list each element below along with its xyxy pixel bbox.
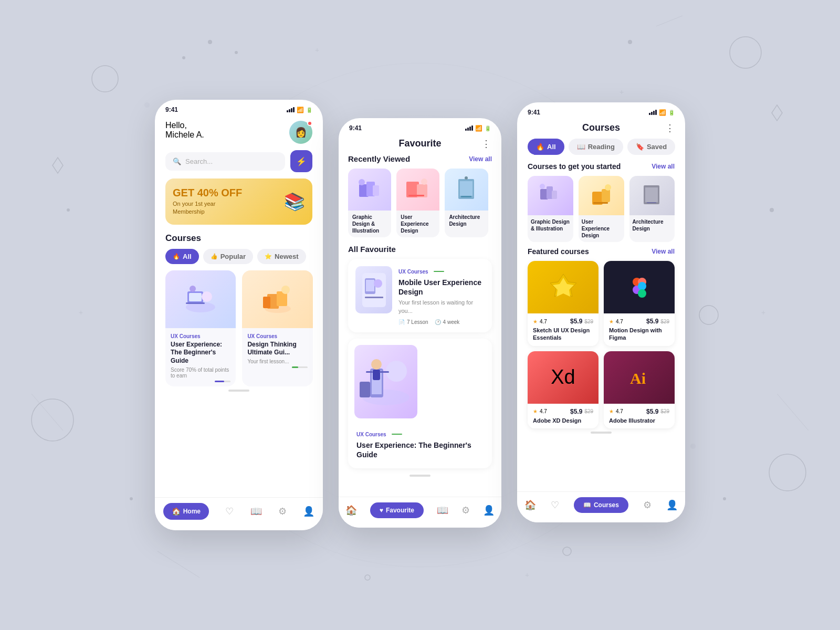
phones-container: 9:41 📶 🔋 Hello, Michele A. 👩 — [155, 100, 685, 530]
nav-courses-2[interactable]: 📖 — [437, 505, 448, 516]
tab-popular[interactable]: 👍 Popular — [203, 249, 253, 264]
recent-card-1[interactable]: User Experience Design — [396, 169, 439, 237]
star-icon-2: ★ — [533, 408, 538, 414]
svg-point-4 — [32, 399, 74, 441]
tab-all[interactable]: 🔥 All — [165, 249, 199, 264]
recent-card-img-1 — [396, 169, 439, 211]
cg-card-1[interactable]: User Experience Design — [579, 176, 624, 242]
nav-courses-label: Courses — [594, 501, 619, 509]
courses-more-button[interactable]: ⋮ — [665, 122, 675, 134]
nav-home-3[interactable]: 🏠 — [524, 499, 536, 511]
price-new-2: $5.9 — [570, 408, 582, 415]
c-tab-saved[interactable]: 🔖 Saved — [627, 139, 675, 155]
nav-courses-active[interactable]: 📖 Courses — [574, 497, 628, 513]
course-card-img-0 — [165, 270, 236, 328]
nav-settings-3[interactable]: ⚙ — [643, 499, 652, 511]
tab-newest[interactable]: ⭐ Newest — [257, 249, 306, 264]
svg-rect-68 — [366, 371, 373, 373]
nav-courses-1[interactable]: 📖 — [250, 506, 262, 517]
promo-banner[interactable]: GET 40% OFF On your 1st year Membership … — [165, 178, 312, 225]
home-icon-3: 🏠 — [524, 499, 536, 511]
feat-card-title-3: Adobe Illustrator — [609, 417, 669, 424]
status-bar-3: 9:41 📶 🔋 — [517, 102, 685, 118]
c-tab-reading[interactable]: 📖 Reading — [569, 139, 623, 155]
recent-card-2[interactable]: Architecture Design — [445, 169, 488, 237]
fav-tag-1: UX Courses — [356, 432, 386, 437]
svg-point-86 — [638, 289, 646, 298]
feat-card-2[interactable]: Xd ★ 4.7 $5.9 $29 — [528, 351, 598, 428]
svg-rect-74 — [602, 189, 610, 202]
featured-view-all[interactable]: View all — [652, 248, 675, 255]
home-icon: 🏠 — [172, 507, 181, 516]
nav-profile-3[interactable]: 👤 — [666, 499, 678, 511]
recent-cards-row: Graphic Design & Illustration User Exper — [348, 169, 492, 237]
cg-card-label-1: User Experience Design — [579, 215, 624, 242]
nav-profile-2[interactable]: 👤 — [483, 505, 495, 516]
c-tab-all[interactable]: 🔥 All — [528, 139, 564, 155]
cg-card-img-0 — [528, 176, 573, 215]
status-bar-1: 9:41 📶 🔋 — [155, 100, 323, 116]
svg-rect-50 — [408, 195, 424, 196]
nav-favourite-active[interactable]: ♥ Favourite — [370, 502, 424, 518]
nav-settings-1[interactable]: ⚙ — [278, 506, 287, 517]
courses-filter-tabs: 🔥 All 📖 Reading 🔖 Saved — [517, 139, 685, 162]
heart-icon-3: ♡ — [551, 499, 559, 511]
rating-value-3: 4.7 — [616, 408, 623, 414]
filter-button[interactable]: ⚡ — [290, 150, 312, 172]
filter-tabs: 🔥 All 👍 Popular ⭐ Newest — [155, 249, 323, 270]
recent-card-0[interactable]: Graphic Design & Illustration — [348, 169, 391, 237]
time-3: 9:41 — [528, 109, 540, 116]
more-button[interactable]: ⋮ — [481, 138, 491, 150]
svg-rect-41 — [263, 297, 270, 308]
fav-tag-dot-0 — [434, 271, 444, 272]
feat-card-3[interactable]: Ai ★ 4.7 $5.9 $29 — [604, 351, 675, 428]
svg-point-46 — [359, 179, 365, 185]
bottom-nav-2: 🏠 ♥ Favourite 📖 ⚙ 👤 — [339, 497, 501, 528]
courses-view-all[interactable]: View all — [652, 163, 675, 170]
svg-line-25 — [158, 551, 200, 578]
svg-point-30 — [144, 102, 150, 108]
svg-rect-45 — [373, 185, 379, 196]
feat-card-1[interactable]: ★ 4.7 $5.9 $29 Motion Design with Figma — [604, 261, 675, 346]
bottom-nav-1: 🏠 Home ♡ 📖 ⚙ 👤 — [155, 497, 323, 530]
course-card-img-1 — [242, 270, 312, 328]
heart-filled-icon: ♥ — [380, 507, 383, 514]
course-card-1[interactable]: UX Courses Design Thinking Ultimate Gui.… — [242, 270, 312, 386]
recently-view-all[interactable]: View all — [469, 155, 492, 163]
search-box[interactable]: 🔍 Search... — [165, 152, 285, 171]
nav-settings-2[interactable]: ⚙ — [461, 505, 470, 516]
svg-text:+: + — [79, 308, 83, 317]
fav-thumb-large — [354, 345, 417, 418]
cg-card-0[interactable]: Graphic Design & Illustration — [528, 176, 573, 242]
recently-title: Recently Viewed — [348, 154, 410, 163]
feat-card-0[interactable]: ★ 4.7 $5.9 $29 Sketch UI UX Design Essen… — [528, 261, 598, 346]
price-new-0: $5.9 — [570, 318, 582, 325]
svg-rect-76 — [593, 202, 608, 204]
scroll-indicator-1 — [228, 390, 249, 392]
settings-icon-2: ⚙ — [461, 505, 470, 516]
svg-text:+: + — [315, 46, 319, 54]
fav-course-1[interactable]: UX Courses User Experience: The Beginner… — [348, 339, 492, 468]
feat-price-3: $5.9 $29 — [646, 408, 669, 415]
fav-course-desc-0: Your first lesson is waiting for you... — [398, 299, 485, 315]
svg-point-6 — [699, 306, 718, 324]
course-card-0[interactable]: UX Courses User Experience: The Beginner… — [165, 270, 236, 386]
nav-favourite-1[interactable]: ♡ — [225, 506, 234, 517]
profile-icon-3: 👤 — [666, 499, 678, 511]
price-new-1: $5.9 — [646, 318, 658, 325]
feat-card-body-3: ★ 4.7 $5.9 $29 Adobe Illustrator — [604, 404, 675, 428]
flame-icon: 🔥 — [173, 253, 180, 260]
nav-home-2[interactable]: 🏠 — [345, 505, 357, 516]
avatar[interactable]: 👩 — [289, 121, 312, 144]
svg-rect-64 — [360, 382, 370, 397]
feat-price-1: $5.9 $29 — [646, 318, 669, 325]
promo-illustration: 📚 — [284, 192, 305, 212]
nav-home[interactable]: 🏠 Home — [163, 503, 209, 520]
svg-point-37 — [190, 286, 196, 292]
price-old-0: $29 — [584, 319, 593, 324]
fav-course-0[interactable]: UX Courses Mobile User Experience Design… — [348, 259, 492, 332]
nav-favourite-3[interactable]: ♡ — [551, 499, 559, 511]
fav-course-title-0: Mobile User Experience Design — [398, 278, 485, 297]
cg-card-2[interactable]: Architecture Design — [629, 176, 675, 242]
nav-profile-1[interactable]: 👤 — [303, 506, 314, 517]
